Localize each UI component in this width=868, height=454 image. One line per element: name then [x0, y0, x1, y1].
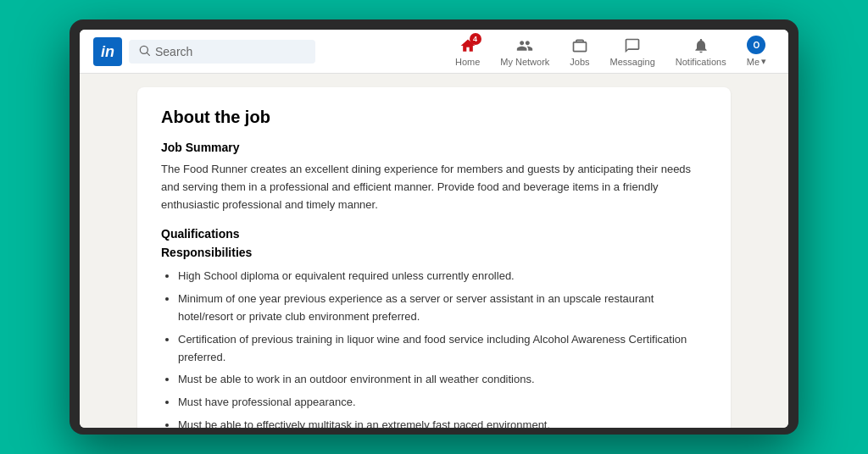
nav-item-network[interactable]: My Network — [492, 33, 558, 70]
laptop-screen: in Search — [80, 30, 788, 428]
home-badge: 4 — [470, 33, 481, 45]
jobs-icon — [571, 36, 588, 55]
search-input-placeholder: Search — [155, 45, 192, 58]
linkedin-logo-text: in — [101, 44, 114, 59]
nav-label-me: Me ▾ — [747, 56, 766, 67]
svg-line-1 — [147, 53, 149, 55]
nav-item-home[interactable]: 4 Home — [447, 33, 488, 70]
search-bar[interactable]: Search — [129, 40, 315, 64]
nav-items: 4 Home My Network — [447, 32, 775, 70]
list-item: High School diploma or equivalent requir… — [178, 268, 707, 285]
qualifications-label: Qualifications — [161, 227, 707, 241]
nav-label-home: Home — [455, 57, 480, 67]
avatar: O — [747, 36, 765, 54]
nav-label-network: My Network — [500, 57, 549, 67]
list-item: Must be able to work in an outdoor envir… — [178, 371, 707, 389]
responsibilities-label: Responsibilities — [161, 246, 707, 259]
job-content-card: About the job Job Summary The Food Runne… — [137, 87, 731, 428]
me-icon: O — [747, 36, 765, 54]
nav-label-notifications: Notifications — [676, 57, 726, 67]
linkedin-logo[interactable]: in — [93, 37, 122, 66]
job-summary-text: The Food Runner creates an excellent din… — [161, 161, 707, 213]
nav-item-notifications[interactable]: Notifications — [667, 33, 735, 70]
list-item: Must have professional appearance. — [178, 394, 707, 412]
nav-label-messaging: Messaging — [610, 57, 655, 67]
nav-item-jobs[interactable]: Jobs — [561, 33, 598, 70]
nav-item-me[interactable]: O Me ▾ — [738, 32, 775, 70]
about-job-title: About the job — [161, 108, 707, 127]
home-icon: 4 — [459, 36, 476, 55]
laptop-frame: in Search — [70, 19, 798, 435]
navbar: in Search — [80, 30, 788, 74]
main-content: About the job Job Summary The Food Runne… — [80, 74, 788, 428]
nav-item-messaging[interactable]: Messaging — [602, 33, 664, 70]
list-item: Certification of previous training in li… — [178, 331, 707, 367]
list-item: Must be able to effectively multitask in… — [178, 417, 707, 428]
list-item: Minimum of one year previous experience … — [178, 291, 707, 326]
responsibilities-list: High School diploma or equivalent requir… — [161, 268, 707, 428]
network-icon — [516, 36, 533, 55]
nav-label-jobs: Jobs — [570, 57, 589, 67]
messaging-icon — [624, 36, 641, 55]
search-icon — [139, 45, 150, 58]
notifications-icon — [693, 36, 709, 55]
job-summary-label: Job Summary — [161, 141, 707, 154]
